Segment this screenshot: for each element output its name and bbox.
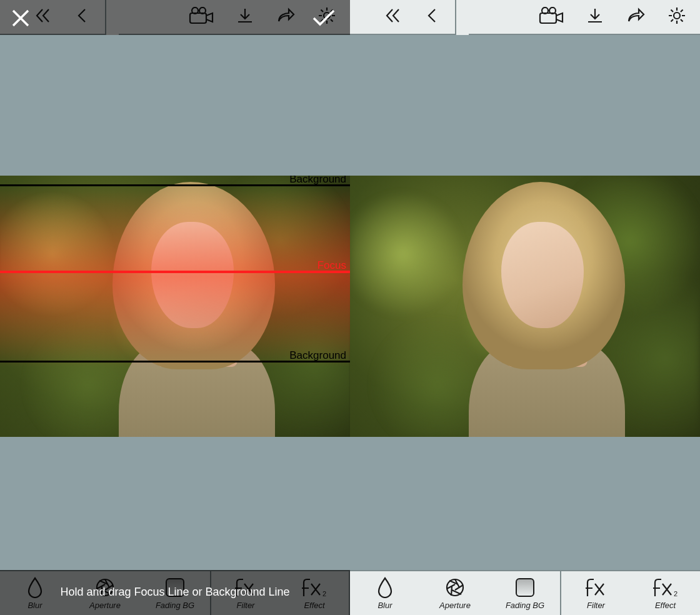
tab-aperture-label: Aperture [89,601,121,610]
focus-line-label: Focus [318,259,346,272]
photo-right [350,176,700,437]
svg-rect-6 [540,13,556,23]
tab-effect[interactable]: 2 Effect [631,571,700,615]
svg-point-9 [674,12,680,19]
video-icon[interactable] [189,7,214,27]
photo-left: Background Focus Background [0,176,350,437]
confirm-check-icon[interactable] [311,8,336,30]
tab-fading-label: Fading BG [506,601,544,610]
topbar-right [350,0,700,35]
subject-person [112,182,275,437]
topbar-left-group [350,0,456,35]
back-icon[interactable] [76,8,88,26]
topbar-right-group [469,0,700,35]
svg-text:2: 2 [322,590,326,598]
subject-person [462,182,625,437]
tab-filter[interactable]: Filter [561,571,631,615]
tab-aperture-label: Aperture [439,601,471,610]
tab-filter-label: Filter [587,601,605,610]
tab-blur-label: Blur [28,601,42,610]
bottom-group-2: Filter 2 Effect [561,570,700,615]
background-line-bottom[interactable]: Background [0,361,350,362]
gear-icon[interactable] [668,6,686,28]
tab-filter-label: Filter [237,601,255,610]
phone-right-result: Blur Aperture Fading BG Filter [350,0,700,615]
tab-effect-label: Effect [655,601,676,610]
topbar-left [0,0,350,35]
tab-effect[interactable]: 2 Effect [280,571,349,615]
filter-fx-icon [584,576,609,599]
tab-blur[interactable]: Blur [0,571,70,615]
share-icon[interactable] [276,8,295,26]
bottom-group-1: Blur Aperture Fading BG [350,570,561,615]
video-icon[interactable] [539,7,564,27]
share-icon[interactable] [626,8,645,26]
double-back-icon[interactable] [385,8,404,26]
bottombar-right: Blur Aperture Fading BG Filter [350,570,700,615]
svg-rect-0 [190,13,206,23]
blur-icon [27,576,43,599]
aperture-icon [445,576,465,599]
canvas-right[interactable] [350,35,700,570]
background-line-top-label: Background [289,176,346,186]
tab-effect-label: Effect [304,601,324,610]
tab-aperture[interactable]: Aperture [420,571,490,615]
blur-icon [377,576,393,599]
tab-blur-label: Blur [378,601,392,610]
back-icon[interactable] [426,8,438,26]
tab-blur[interactable]: Blur [350,571,420,615]
bottombar-left: Blur Aperture Fading BG Filter [0,570,350,615]
phone-left-editing: Background Focus Background Blur A [0,0,350,615]
tab-fading-label: Fading BG [156,601,194,610]
background-line-bottom-label: Background [289,349,346,362]
focus-line[interactable]: Focus [0,271,350,273]
fading-bg-icon [516,576,534,599]
canvas-left[interactable]: Background Focus Background [0,35,350,570]
double-back-icon[interactable] [35,8,54,26]
svg-text:2: 2 [674,590,678,598]
download-icon[interactable] [586,7,604,27]
effect-fx2-icon: 2 [300,576,329,599]
tab-fading-bg[interactable]: Fading BG [490,571,560,615]
download-icon[interactable] [236,7,254,27]
hint-toast: Hold and drag Focus Line or Background L… [60,586,289,599]
effect-fx2-icon: 2 [651,576,680,599]
background-line-top[interactable]: Background [0,184,350,186]
close-icon[interactable] [10,8,31,31]
